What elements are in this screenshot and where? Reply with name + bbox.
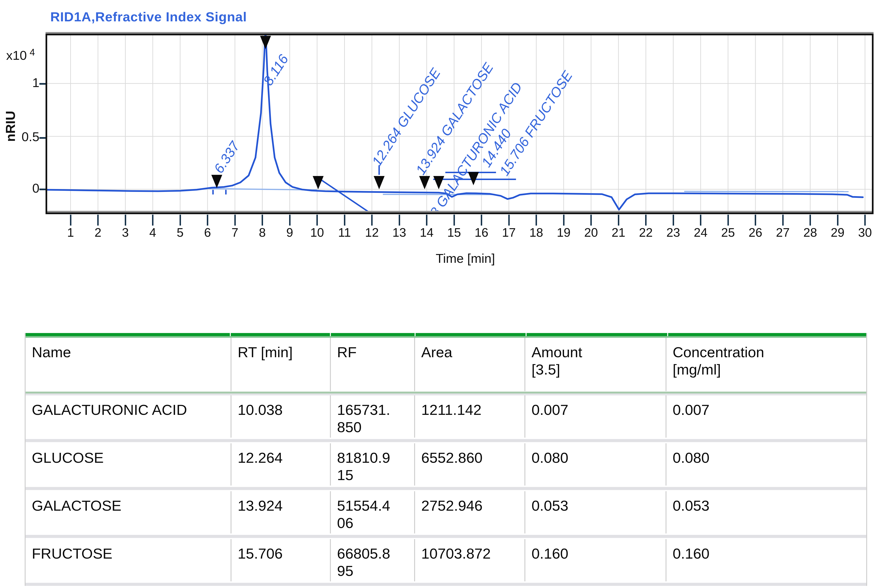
x-tick-label: 16 [467,225,496,240]
plot-border-left [45,34,47,214]
cell-rf: 66805.8 95 [330,539,414,581]
x-tick-mark [152,214,153,226]
header-amount: Amount [3.5] [524,338,666,391]
x-tick-label: 22 [632,225,660,240]
x-tick-mark [645,214,646,226]
x-tick-label: 19 [549,225,578,240]
x-tick-mark [700,214,701,226]
x-tick-label: 24 [686,225,715,240]
x-tick-mark [371,214,373,226]
x-tick-label: 23 [659,225,688,240]
x-tick-label: 11 [330,225,359,240]
x-tick-label: 28 [796,225,825,240]
x-tick-mark [70,214,71,226]
peak-marker [419,176,430,189]
table-header-row: Name RT [min] RF Area Amount [3.5] Conce… [26,338,866,391]
green-bar-segment [230,333,330,336]
plot-border-right [872,34,873,214]
table-row-fructose: FRUCTOSE 15.706 66805.8 95 10703.872 0.1… [26,539,866,581]
x-tick-mark [782,214,784,226]
green-bar-segment [667,333,866,336]
x-tick-label: 3 [111,225,140,240]
x-tick-mark [453,214,455,226]
x-tick-label: 21 [604,225,633,240]
x-tick-label: 10 [303,225,332,240]
secondary-trace-segment [684,191,849,192]
x-tick-mark [590,214,592,226]
y-tick-mark [39,83,45,85]
peak-marker [468,172,479,185]
y-tick-label-0: 0 [12,181,39,195]
x-tick-mark [207,214,208,226]
x-tick-label: 7 [221,225,249,240]
cell-amount: 0.160 [524,539,666,581]
cell-area: 10703.872 [414,539,524,581]
x-tick-label: 20 [577,225,605,240]
green-bar-segment [415,333,525,336]
x-tick-label: 30 [851,225,879,240]
plot-border-bottom [45,213,873,214]
report-canvas: RID1A,Refractive Index Signal x104 nRIU … [0,0,879,588]
x-tick-label: 25 [714,225,742,240]
header-rf: RF [330,338,414,391]
peak-marker [374,176,384,189]
cell-concentration: 0.160 [666,539,864,581]
header-separator-green [26,392,866,393]
cell-rt: 12.264 [231,443,330,486]
y-axis-scale: x104 [6,47,35,63]
peak-marker [313,176,324,189]
cell-amount: 0.007 [524,395,666,438]
green-bar-segment [526,333,667,336]
x-tick-mark [508,214,510,226]
cell-name: GLUCOSE [26,443,231,486]
x-tick-mark [426,214,428,226]
x-tick-label: 13 [385,225,414,240]
cell-area: 1211.142 [414,395,524,438]
x-tick-mark [618,214,619,226]
cell-area: 2752.946 [414,491,524,534]
x-tick-mark [837,214,838,226]
x-tick-label: 5 [166,225,195,240]
x-tick-label: 14 [412,225,441,240]
x-tick-mark [728,214,729,226]
x-tick-label: 8 [248,225,276,240]
x-tick-label: 27 [769,225,797,240]
table-row-galacturonic-acid: GALACTURONIC ACID 10.038 165731. 850 121… [26,395,866,438]
cell-rt: 10.038 [231,395,330,438]
x-tick-label: 12 [358,225,386,240]
plot-area: 6.337 8.116 12.264 GLUCOSE 13.924 GALACT… [45,35,873,212]
x-tick-mark [97,214,99,226]
x-tick-mark [180,214,181,226]
plot-border-top [45,34,873,35]
cell-name: GALACTURONIC ACID [26,395,231,438]
y-tick-mark [39,189,45,190]
row-separator-partial [26,583,866,586]
x-tick-mark [234,214,236,226]
table-top-green-bar [26,333,866,336]
y-tick-label-1: 1 [12,75,39,90]
x-tick-mark [481,214,482,226]
x-tick-mark [755,214,756,226]
row-separator [26,487,866,490]
x-tick-label: 17 [495,225,523,240]
x-tick-mark [563,214,564,226]
table-row-galactose: GALACTOSE 13.924 51554.4 06 2752.946 0.0… [26,491,866,534]
cell-rf: 81810.9 15 [330,443,414,486]
plot-bottom-shadow [47,211,872,213]
x-tick-mark [864,214,866,226]
cell-concentration: 0.007 [666,395,864,438]
cell-rf: 51554.4 06 [330,491,414,534]
x-tick-label: 29 [824,225,852,240]
row-separator [26,439,866,442]
y-axis-scale-exponent: 4 [30,47,35,57]
x-tick-mark [673,214,674,226]
x-tick-label: 9 [276,225,304,240]
x-tick-mark [316,214,318,226]
x-tick-label: 15 [440,225,468,240]
results-table: Name RT [min] RF Area Amount [3.5] Conce… [25,333,867,586]
x-tick-label: 1 [57,225,85,240]
header-area: Area [414,338,524,391]
x-tick-label: 4 [138,225,167,240]
cell-name: GALACTOSE [26,491,231,534]
x-tick-label: 18 [522,225,550,240]
